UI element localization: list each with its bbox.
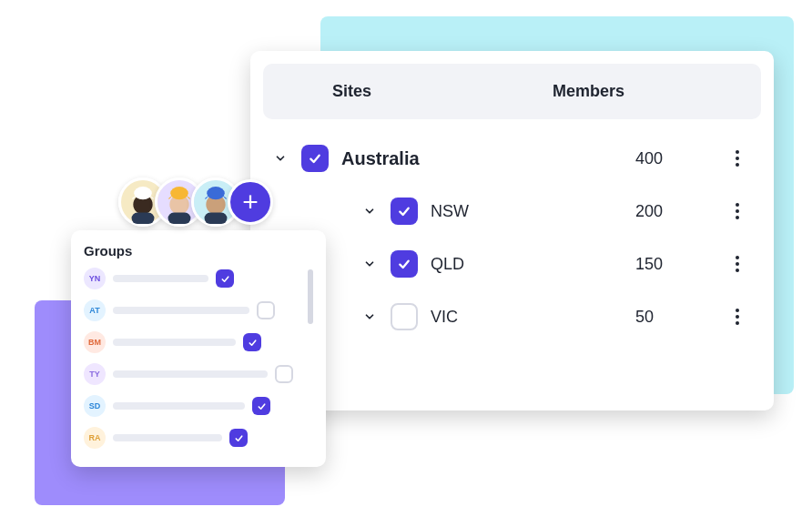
table-row: Australia400: [250, 132, 774, 185]
group-checkbox[interactable]: [229, 429, 248, 447]
chevron-down-icon[interactable]: [360, 201, 380, 221]
member-initials-avatar: RA: [84, 427, 106, 449]
group-checkbox[interactable]: [216, 269, 234, 288]
sites-card: Sites Members Australia400NSW200QLD150VI…: [250, 51, 774, 410]
avatar-stack: +: [118, 177, 273, 227]
plus-icon: +: [242, 188, 259, 216]
groups-card: Groups YNATBMTYSDRA: [71, 230, 326, 467]
scrollbar-thumb[interactable]: [308, 269, 313, 324]
groups-title: Groups: [84, 243, 313, 258]
member-count: 200: [635, 202, 726, 221]
svg-point-2: [134, 187, 152, 199]
chevron-down-icon[interactable]: [360, 307, 380, 327]
site-name: VIC: [431, 308, 635, 327]
placeholder-bar: [113, 275, 208, 282]
kebab-menu-icon[interactable]: [726, 309, 748, 325]
placeholder-bar: [113, 434, 222, 441]
list-item: YN: [84, 268, 297, 289]
site-checkbox[interactable]: [301, 145, 329, 172]
table-row: NSW200: [250, 185, 774, 238]
svg-point-6: [170, 187, 188, 199]
member-count: 50: [635, 308, 726, 327]
placeholder-bar: [113, 339, 236, 346]
list-item: BM: [84, 331, 297, 353]
placeholder-bar: [113, 370, 268, 378]
kebab-menu-icon[interactable]: [726, 256, 748, 272]
svg-rect-3: [132, 213, 155, 224]
site-name: QLD: [431, 255, 635, 274]
site-name: NSW: [431, 202, 635, 221]
column-header-sites: Sites: [289, 82, 553, 101]
site-checkbox[interactable]: [391, 303, 418, 330]
svg-rect-7: [168, 213, 191, 224]
table-row: QLD150: [250, 238, 774, 290]
list-item: RA: [84, 427, 297, 449]
group-checkbox[interactable]: [243, 333, 261, 351]
member-initials-avatar: SD: [84, 395, 106, 417]
group-checkbox[interactable]: [252, 397, 270, 415]
site-checkbox[interactable]: [391, 198, 418, 225]
member-initials-avatar: BM: [84, 331, 106, 353]
group-checkbox[interactable]: [257, 301, 275, 319]
placeholder-bar: [113, 307, 249, 314]
member-initials-avatar: TY: [84, 363, 106, 385]
kebab-menu-icon[interactable]: [726, 203, 748, 219]
groups-list: YNATBMTYSDRA: [84, 268, 313, 449]
site-name: Australia: [341, 148, 635, 169]
member-initials-avatar: AT: [84, 299, 106, 321]
placeholder-bar: [113, 402, 245, 410]
add-member-button[interactable]: +: [228, 179, 273, 225]
chevron-down-icon[interactable]: [270, 148, 290, 168]
member-count: 150: [635, 255, 726, 274]
table-row: VIC50: [250, 290, 774, 343]
svg-rect-11: [205, 213, 228, 224]
chevron-down-icon[interactable]: [360, 254, 380, 274]
group-checkbox[interactable]: [275, 365, 293, 383]
list-item: AT: [84, 299, 297, 321]
list-item: TY: [84, 363, 297, 385]
member-initials-avatar: YN: [84, 268, 106, 289]
list-item: SD: [84, 395, 297, 417]
site-checkbox[interactable]: [391, 250, 418, 278]
member-count: 400: [635, 149, 726, 168]
sites-table-header: Sites Members: [263, 64, 761, 119]
kebab-menu-icon[interactable]: [726, 150, 748, 167]
svg-point-10: [207, 187, 225, 199]
column-header-members: Members: [553, 82, 624, 101]
